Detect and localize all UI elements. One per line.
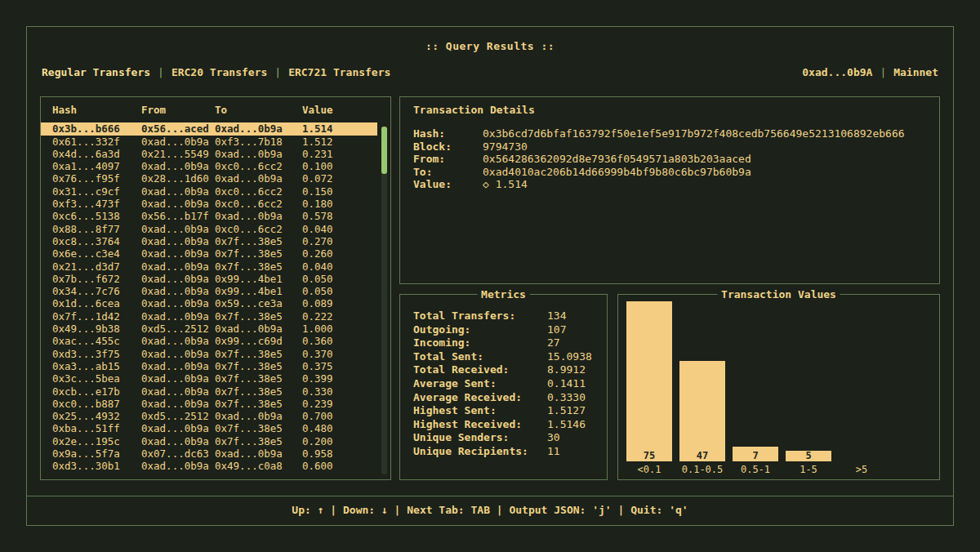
table-cell: 0xad...0b9a [141, 435, 215, 447]
bar-value-label: 5 [786, 450, 831, 461]
tab-regular-transfers[interactable]: Regular Transfers [42, 66, 150, 78]
table-row[interactable]: 0x31...c9cf0xad...0b9a0xc0...6cc20.150 [41, 185, 377, 198]
table-cell: 1.512 [302, 136, 377, 148]
window-title: :: Query Results :: [40, 40, 940, 52]
table-row[interactable]: 0xac...455c0xad...0b9a0x99...c69d0.360 [41, 335, 377, 347]
table-row[interactable]: 0x3b...b6660x56...aced0xad...0b9a1.514 [41, 122, 377, 135]
table-cell: 0x1d...6cea [52, 297, 141, 309]
query-results-window: :: Query Results :: Regular Transfers|ER… [26, 26, 954, 526]
table-cell: 0x76...f95f [52, 172, 141, 185]
metric-label: Unique Recipients: [413, 445, 547, 459]
table-row[interactable]: 0x21...d3d70xad...0b9a0x7f...38e50.040 [41, 260, 377, 273]
table-cell: 0.360 [302, 335, 377, 347]
table-row[interactable]: 0xd3...30b10xad...0b9a0x49...c0a80.600 [41, 460, 377, 472]
details-fields: Hash:0x3b6cd7d6bfaf163792f50e1ef5e917b97… [413, 127, 926, 191]
table-cell: 0xad...0b9a [141, 185, 215, 198]
table-cell: 0x7f...1d42 [52, 310, 141, 323]
table-row[interactable]: 0x88...8f770xad...0b9a0xc0...6cc20.040 [41, 223, 377, 235]
metric-label: Total Received: [413, 363, 547, 377]
bar: 7 [733, 447, 778, 461]
table-row[interactable]: 0xa3...ab150xad...0b9a0x7f...38e50.375 [41, 360, 377, 372]
detail-label: Block: [413, 140, 483, 154]
table-cell: 0.072 [302, 172, 377, 185]
table-cell: 0x21...d3d7 [52, 260, 141, 273]
table-cell: 1.000 [302, 323, 377, 335]
metric-row: Total Transfers:134 [413, 309, 607, 323]
metric-label: Average Sent: [413, 377, 547, 391]
bottom-row: Metrics Total Transfers:134Outgoing:107I… [399, 294, 940, 480]
table-cell: 0x7f...38e5 [215, 247, 302, 260]
table-cell: 0.231 [302, 148, 377, 160]
table-cell: 0x7f...38e5 [215, 398, 302, 410]
transfers-table-header: HashFromToValue [41, 104, 377, 116]
details-title: Transaction Details [400, 97, 939, 116]
table-cell: 0x56...b17f [141, 210, 215, 222]
table-cell: 0xad...0b9a [141, 335, 215, 347]
metric-value: 8.9912 [547, 363, 586, 377]
chart-title: Transaction Values [717, 288, 840, 300]
table-row[interactable]: 0x2e...195c0xad...0b9a0x7f...38e50.200 [41, 435, 377, 447]
table-cell: 0xad...0b9a [141, 136, 215, 148]
table-row[interactable]: 0x6e...c3e40xad...0b9a0x7f...38e50.260 [41, 247, 377, 260]
metric-label: Incoming: [413, 336, 547, 350]
account-info: 0xad...0b9A | Mainnet [802, 66, 938, 78]
table-cell: 0xc8...3764 [52, 235, 141, 247]
table-cell: 0xba...51ff [52, 422, 141, 434]
detail-value: ◇ 1.514 [483, 178, 528, 191]
table-row[interactable]: 0x3c...5bea0xad...0b9a0x7f...38e50.399 [41, 372, 377, 385]
table-scrollbar[interactable] [381, 127, 387, 474]
tab-bar: Regular Transfers|ERC20 Transfers|ERC721… [42, 66, 390, 78]
table-row[interactable]: 0x4d...6a3d0x21...55490xad...0b9a0.231 [41, 148, 377, 160]
bar-value-label: 75 [626, 450, 672, 461]
table-cell: 0.150 [302, 185, 377, 198]
table-row[interactable]: 0xba...51ff0xad...0b9a0x7f...38e50.480 [41, 422, 377, 434]
table-cell: 0xad...0b9a [141, 372, 215, 385]
table-cell: 0x2e...195c [52, 435, 141, 447]
table-row[interactable]: 0xcb...e17b0xad...0b9a0x7f...38e50.330 [41, 385, 377, 398]
table-cell: 0x07...dc63 [141, 447, 215, 460]
tab-erc721-transfers[interactable]: ERC721 Transfers [288, 66, 390, 78]
table-row[interactable]: 0x61...332f0xad...0b9a0xf3...7b181.512 [41, 136, 377, 148]
table-row[interactable]: 0x1d...6cea0xad...0b9a0x59...ce3a0.089 [41, 297, 377, 309]
metric-row: Unique Senders:30 [413, 431, 607, 445]
metrics-list: Total Transfers:134Outgoing:107Incoming:… [413, 309, 607, 459]
table-cell: 0xad...0b9a [141, 273, 215, 285]
column-header: From [141, 104, 215, 116]
table-cell: 0x7f...38e5 [215, 422, 302, 434]
table-row[interactable]: 0xa1...40970xad...0b9a0xc0...6cc20.100 [41, 160, 377, 172]
table-row[interactable]: 0xf3...473f0xad...0b9a0xc0...6cc20.180 [41, 198, 377, 210]
metric-label: Average Received: [413, 391, 547, 405]
table-cell: 0x99...c69d [215, 335, 302, 347]
table-row[interactable]: 0xd3...3f750xad...0b9a0x7f...38e50.370 [41, 348, 377, 360]
metric-row: Highest Sent:1.5127 [413, 404, 607, 418]
table-cell: 0x59...ce3a [215, 297, 302, 309]
tab-separator: | [158, 66, 164, 78]
table-cell: 0xad...0b9a [141, 247, 215, 260]
table-cell: 0.200 [302, 435, 377, 447]
table-cell: 0xad...0b9a [141, 385, 215, 398]
table-row[interactable]: 0xc6...51380x56...b17f0xad...0b9a0.578 [41, 210, 377, 222]
metric-label: Outgoing: [413, 323, 547, 337]
table-row[interactable]: 0x7f...1d420xad...0b9a0x7f...38e50.222 [41, 310, 377, 323]
table-row[interactable]: 0x34...7c760xad...0b9a0x99...4be10.050 [41, 285, 377, 297]
table-row[interactable]: 0x7b...f6720xad...0b9a0x99...4be10.050 [41, 273, 377, 285]
table-row[interactable]: 0xc8...37640xad...0b9a0x7f...38e50.270 [41, 235, 377, 247]
metric-value: 15.0938 [547, 350, 592, 364]
metric-row: Average Received:0.3330 [413, 391, 607, 405]
tab-erc20-transfers[interactable]: ERC20 Transfers [172, 66, 267, 78]
detail-field: Block:9794730 [413, 140, 926, 154]
table-row[interactable]: 0xc0...b8870xad...0b9a0x7f...38e50.239 [41, 398, 377, 410]
metric-row: Total Sent:15.0938 [413, 350, 607, 364]
scrollbar-thumb[interactable] [381, 127, 387, 174]
table-row[interactable]: 0x25...49320xd5...25120xad...0b9a0.700 [41, 410, 377, 422]
table-cell: 0x21...5549 [141, 148, 215, 160]
detail-label: From: [413, 153, 483, 166]
metric-value: 30 [547, 431, 560, 445]
table-cell: 0xad...0b9a [141, 310, 215, 323]
table-cell: 0xcb...e17b [52, 385, 141, 398]
table-row[interactable]: 0x9a...5f7a0x07...dc630xad...0b9a0.958 [41, 447, 377, 460]
table-row[interactable]: 0x76...f95f0x28...1d600xad...0b9a0.072 [41, 172, 377, 185]
detail-label: Value: [413, 178, 483, 191]
table-row[interactable]: 0x49...9b380xd5...25120xad...0b9a1.000 [41, 323, 377, 335]
bar-value-label: 47 [679, 450, 725, 461]
